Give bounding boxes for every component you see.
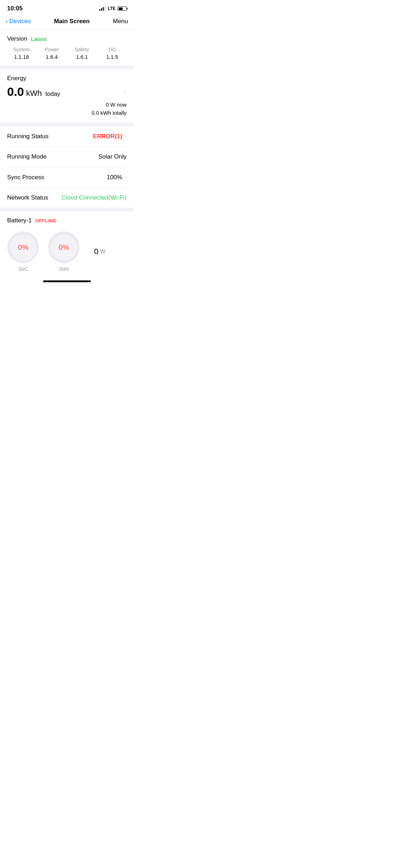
battery-icon (118, 6, 127, 11)
back-button[interactable]: ‹ Devices (6, 18, 31, 25)
chevron-right-running-icon: › (124, 133, 127, 140)
soh-circle: 0% (48, 231, 80, 263)
version-safety-value: 1.6.1 (68, 54, 97, 60)
soc-value: 0% (18, 243, 29, 252)
battery-power-unit: W (100, 248, 106, 255)
running-mode-value: Solar Only (98, 153, 127, 160)
sync-process-value: 100% › (107, 174, 127, 181)
version-section: Version Latest System 1.1.18 Power 1.6.4… (0, 30, 134, 66)
version-power-label: Power (37, 47, 66, 52)
separator-3 (0, 208, 134, 211)
chevron-left-icon: ‹ (6, 18, 8, 25)
version-system-label: System (7, 47, 36, 52)
running-mode-text: Solar Only (98, 153, 127, 160)
battery-power: 0 W (91, 247, 106, 256)
battery-gauges: 0% SoC 0% SoH 0 W (7, 231, 127, 272)
back-label: Devices (9, 18, 31, 25)
version-label: Version (7, 35, 27, 42)
page-title: Main Screen (54, 18, 89, 25)
battery-title: Battery-1 (7, 217, 32, 224)
running-status-value: ERROR(1) › (93, 133, 127, 140)
energy-section: Energy 0.0 kWh today › 0 W now 0.0 kWh t… (0, 69, 134, 123)
soc-gauge: 0% SoC (7, 231, 39, 272)
energy-kwh-unit: kWh (26, 89, 42, 98)
soh-value: 0% (59, 243, 69, 252)
menu-button[interactable]: Menu (113, 18, 128, 25)
version-system: System 1.1.18 (7, 47, 36, 60)
sync-process-text: 100% (107, 174, 122, 181)
version-system-value: 1.1.18 (7, 54, 36, 60)
soh-gauge: 0% SoH (48, 231, 80, 272)
version-dd-value: 1.1.5 (98, 54, 127, 60)
home-indicator (0, 278, 134, 289)
sync-process-row[interactable]: Sync Process 100% › (7, 167, 127, 188)
network-status-label: Network Status (7, 194, 48, 201)
energy-now-text: 0 W now (7, 101, 127, 109)
running-status-label: Running Status (7, 133, 48, 140)
energy-total-text: 0.0 kWh totally (7, 109, 127, 117)
battery-offline-badge: OFFLINE (35, 218, 56, 223)
running-mode-row: Running Mode Solar Only (7, 147, 127, 167)
battery-section: Battery-1 OFFLINE 0% SoC 0% SoH (0, 211, 134, 278)
version-safety: Safety 1.6.1 (68, 47, 97, 60)
network-status-text: Cloud Connected(Wi-Fi) (62, 194, 127, 201)
chevron-right-icon: › (124, 88, 127, 95)
battery-power-value: 0 (94, 247, 98, 256)
home-bar (43, 280, 91, 282)
status-time: 10:05 (7, 5, 22, 12)
separator-2 (0, 123, 134, 126)
sync-process-label: Sync Process (7, 174, 44, 181)
energy-main-value: 0.0 kWh today (7, 85, 60, 99)
status-section: Running Status ERROR(1) › Running Mode S… (0, 126, 134, 208)
energy-label: Energy (7, 75, 127, 82)
version-safety-label: Safety (68, 47, 97, 52)
separator-1 (0, 66, 134, 69)
running-status-row[interactable]: Running Status ERROR(1) › (7, 126, 127, 147)
lte-label: LTE (108, 6, 115, 11)
status-icons: LTE (99, 6, 127, 11)
energy-kwh-value: 0.0 (7, 85, 24, 99)
soc-label: SoC (18, 266, 28, 272)
network-status-row: Network Status Cloud Connected(Wi-Fi) (7, 188, 127, 208)
version-dd-label: DD (98, 47, 127, 52)
battery-header: Battery-1 OFFLINE (7, 217, 127, 224)
chevron-right-sync-icon: › (124, 174, 127, 181)
energy-sub: 0 W now 0.0 kWh totally (7, 101, 127, 117)
version-badge: Latest (31, 36, 47, 42)
version-dd: DD 1.1.5 (98, 47, 127, 60)
version-power: Power 1.6.4 (37, 47, 66, 60)
energy-today-label: today (45, 91, 60, 98)
version-power-value: 1.6.4 (37, 54, 66, 60)
status-bar: 10:05 LTE (0, 0, 134, 15)
network-status-value: Cloud Connected(Wi-Fi) (62, 194, 127, 201)
running-mode-label: Running Mode (7, 153, 47, 160)
soc-circle: 0% (7, 231, 39, 263)
nav-bar: ‹ Devices Main Screen Menu (0, 15, 134, 30)
running-status-error: ERROR(1) (93, 133, 122, 140)
signal-icon (99, 6, 106, 11)
soh-label: SoH (59, 266, 68, 272)
version-grid: System 1.1.18 Power 1.6.4 Safety 1.6.1 D… (7, 47, 127, 60)
